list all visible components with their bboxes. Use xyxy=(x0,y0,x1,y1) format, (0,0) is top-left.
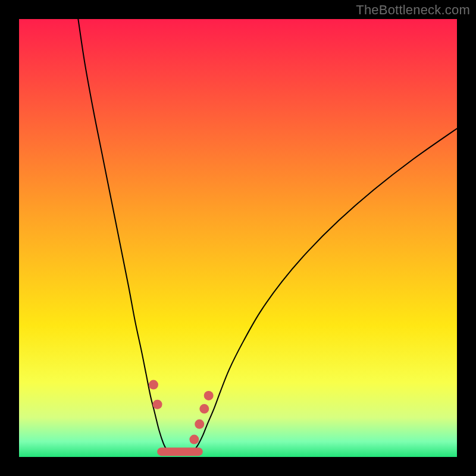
right-dot-3 xyxy=(199,404,209,414)
chart-frame: TheBottleneck.com xyxy=(0,0,476,476)
watermark-text: TheBottleneck.com xyxy=(356,2,470,18)
right-dot-2 xyxy=(195,419,204,429)
chart-background xyxy=(19,19,457,457)
right-dot-1 xyxy=(189,435,199,444)
left-upper-dot xyxy=(149,380,158,390)
bottleneck-chart xyxy=(19,19,457,457)
plot-area xyxy=(19,19,457,457)
left-lower-dot xyxy=(153,400,162,409)
right-dot-4 xyxy=(204,391,214,400)
